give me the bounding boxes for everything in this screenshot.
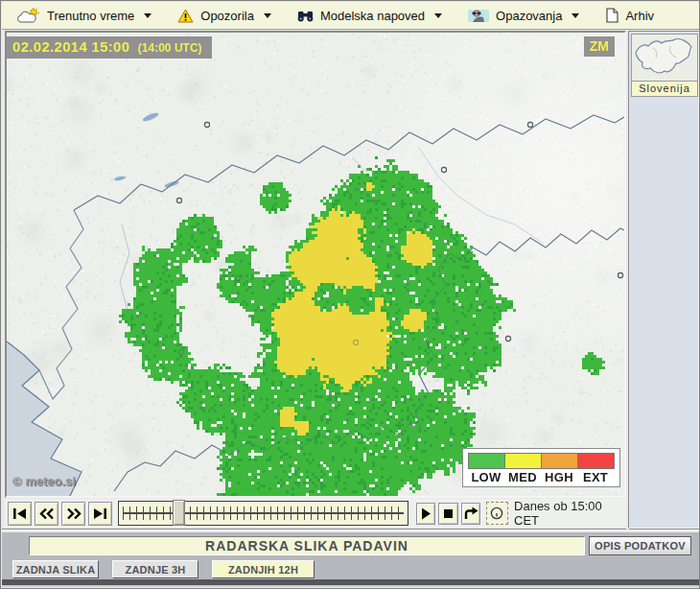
clock-icon bbox=[489, 506, 504, 521]
map-timestamp: 02.02.2014 15:00 (14:00 UTC) bbox=[7, 36, 212, 59]
play-icon bbox=[421, 507, 432, 520]
bottom-frame-strip bbox=[2, 579, 700, 587]
menu-item-opazovanja[interactable]: Opazovanja bbox=[468, 8, 579, 24]
menu-item-label: Opozorila bbox=[200, 9, 254, 23]
slovenia-minimap[interactable]: Slovenija bbox=[631, 34, 698, 97]
tab-zadnje-3h[interactable]: ZADNJE 3H bbox=[112, 560, 198, 578]
footer-panel: RADARSKA SLIKA PADAVIN OPIS PODATKOV ZAD… bbox=[2, 532, 700, 579]
legend-color-bar bbox=[468, 453, 615, 469]
current-time-status: Danes ob 15:00 CET bbox=[514, 499, 626, 528]
timestamp-local: 02.02.2014 15:00 bbox=[12, 38, 129, 55]
menu-item-label: Modelska napoved bbox=[320, 9, 425, 23]
chevron-down-icon bbox=[572, 13, 579, 18]
page-title: RADARSKA SLIKA PADAVIN bbox=[29, 536, 585, 555]
legend-cell-ext bbox=[578, 454, 614, 468]
skip-start-icon bbox=[12, 507, 27, 520]
skip-to-start-button[interactable] bbox=[8, 502, 32, 526]
radar-map-panel: 02.02.2014 15:00 (14:00 UTC) ZM © meteo.… bbox=[5, 31, 626, 498]
play-button[interactable] bbox=[416, 503, 435, 525]
chevron-down-icon bbox=[144, 13, 152, 18]
warning-icon bbox=[177, 9, 194, 23]
menu-bar: Trenutno vreme Opozorila bbox=[2, 2, 699, 30]
intensity-legend: LOW MED HGH EXT bbox=[462, 448, 620, 487]
skip-to-end-button[interactable] bbox=[88, 502, 112, 526]
legend-label-ext: EXT bbox=[577, 470, 614, 484]
map-zoom-button[interactable]: ZM bbox=[584, 36, 615, 57]
data-description-button[interactable]: OPIS PODATKOV bbox=[589, 536, 691, 555]
cloud-sun-icon bbox=[17, 8, 40, 24]
legend-cell-low bbox=[469, 454, 505, 468]
double-chevron-right-icon bbox=[66, 507, 82, 520]
timestamp-utc: (14:00 UTC) bbox=[138, 41, 202, 55]
document-icon bbox=[605, 8, 618, 23]
region-sidebar: Slovenija bbox=[628, 31, 699, 529]
observer-icon bbox=[468, 8, 489, 24]
timeline-slider-handle[interactable] bbox=[173, 500, 185, 526]
radar-map-canvas[interactable] bbox=[7, 33, 624, 496]
stop-icon bbox=[443, 508, 454, 519]
legend-label-hgh: HGH bbox=[541, 470, 577, 484]
animation-player-bar: Danes ob 15:00 CET bbox=[5, 499, 626, 528]
menu-item-label: Trenutno vreme bbox=[47, 9, 134, 23]
stop-button[interactable] bbox=[438, 503, 457, 525]
step-back-button[interactable] bbox=[35, 502, 58, 526]
timeline-slider-track[interactable] bbox=[118, 501, 408, 526]
loop-arrow-icon bbox=[463, 507, 478, 520]
tab-zadnjih-12h[interactable]: ZADNJIH 12H bbox=[212, 560, 315, 578]
slovenia-outline-map bbox=[632, 35, 695, 81]
menu-item-label: Opazovanja bbox=[496, 9, 562, 23]
divider bbox=[629, 529, 699, 530]
copyright-label: © meteo.si bbox=[12, 474, 76, 488]
chevron-down-icon bbox=[434, 13, 442, 18]
menu-item-trenutno-vreme[interactable]: Trenutno vreme bbox=[17, 8, 152, 24]
menu-item-modelska-napoved[interactable]: Modelska napoved bbox=[297, 9, 442, 23]
menu-item-opozorila[interactable]: Opozorila bbox=[177, 9, 271, 23]
menu-item-arhiv[interactable]: Arhiv bbox=[605, 8, 654, 23]
legend-cell-hgh bbox=[542, 454, 578, 468]
divider bbox=[2, 529, 626, 530]
timeline-ticks bbox=[123, 507, 404, 520]
legend-cell-med bbox=[505, 454, 542, 468]
chevron-down-icon bbox=[264, 13, 271, 18]
double-chevron-left-icon bbox=[39, 507, 55, 520]
set-current-time-button[interactable] bbox=[486, 502, 508, 525]
view-tabs: ZADNJA SLIKA ZADNJE 3H ZADNJIH 12H bbox=[12, 560, 315, 578]
skip-end-icon bbox=[93, 507, 107, 520]
menu-item-label: Arhiv bbox=[625, 9, 654, 23]
tab-zadnja-slika[interactable]: ZADNJA SLIKA bbox=[12, 560, 99, 578]
legend-label-low: LOW bbox=[468, 470, 504, 484]
binoculars-icon bbox=[297, 9, 314, 23]
loop-button[interactable] bbox=[461, 503, 480, 525]
legend-labels: LOW MED HGH EXT bbox=[468, 470, 615, 484]
region-label: Slovenija bbox=[632, 81, 697, 96]
radar-app-window: Trenutno vreme Opozorila bbox=[0, 0, 700, 589]
step-forward-button[interactable] bbox=[61, 502, 85, 526]
legend-label-med: MED bbox=[504, 470, 541, 484]
